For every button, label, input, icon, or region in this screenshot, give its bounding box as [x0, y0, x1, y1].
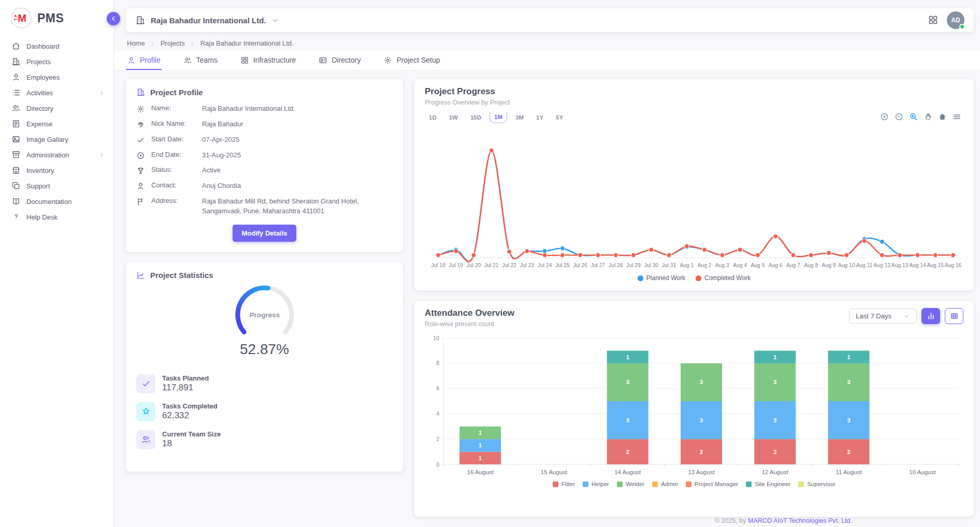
range-1d-button[interactable]: 1D — [425, 112, 441, 123]
users-icon — [11, 104, 21, 113]
company-selector[interactable]: Raja Bahadur International Ltd. — [135, 15, 279, 25]
svg-text:10: 10 — [433, 335, 439, 341]
sidebar-item-directory[interactable]: Directory — [0, 100, 113, 116]
sidebar-item-administration[interactable]: Administration — [0, 147, 113, 163]
date-range-select[interactable]: Last 7 Days — [849, 309, 917, 324]
sidebar-item-image-gallary[interactable]: Image Gallary — [0, 131, 113, 147]
grid-icon — [928, 14, 939, 25]
tab-infrastructure[interactable]: Infrastructure — [239, 51, 297, 70]
legend-label: Welder — [626, 481, 644, 487]
svg-text:Aug 6: Aug 6 — [769, 262, 783, 268]
chart-toolbar — [880, 112, 961, 121]
legend-item-fitter[interactable]: Fitter — [553, 481, 575, 487]
app-logo-icon: M — [10, 7, 32, 29]
tab-label: Directory — [332, 56, 361, 64]
menu-icon[interactable] — [953, 112, 961, 121]
card-title: Project Profile — [136, 87, 393, 97]
svg-text:13 August: 13 August — [688, 469, 715, 475]
breadcrumb-separator-icon — [190, 40, 196, 47]
sidebar-item-label: Image Gallary — [26, 136, 105, 143]
reset-home-icon[interactable] — [938, 112, 947, 121]
profile-field: End Date:31-Aug-2025 — [136, 151, 393, 160]
range-3m-button[interactable]: 3M — [511, 112, 528, 123]
range-1m-button[interactable]: 1M — [489, 112, 507, 123]
view-bar-chart-button[interactable] — [921, 308, 940, 324]
apps-grid-button[interactable] — [927, 14, 939, 26]
sidebar-item-label: Dashboard — [26, 42, 105, 50]
zoom-out-icon[interactable] — [895, 112, 903, 121]
svg-text:Aug 7: Aug 7 — [786, 262, 800, 268]
sidebar-item-inventory[interactable]: Inventory — [0, 163, 113, 178]
sidebar-item-label: Expense — [26, 120, 105, 128]
tab-directory[interactable]: Directory — [318, 51, 362, 70]
svg-text:Aug 12: Aug 12 — [874, 262, 891, 268]
company-name: Raja Bahadur International Ltd. — [151, 16, 266, 25]
book-icon — [11, 197, 21, 206]
sidebar-item-activities[interactable]: Activities — [0, 85, 113, 100]
pan-icon[interactable] — [924, 112, 932, 121]
sidebar-item-expense[interactable]: Expense — [0, 116, 113, 131]
sidebar-nav: DashboardProjectsEmployeesActivitiesDire… — [0, 35, 113, 228]
legend-label: Completed Work — [704, 274, 751, 282]
sidebar-item-label: Inventory — [26, 167, 105, 174]
zoom-in-icon[interactable] — [880, 112, 889, 121]
legend-item-supervisor[interactable]: Supervisor — [798, 481, 835, 487]
tab-project-setup[interactable]: Project Setup — [382, 51, 441, 70]
user-icon — [127, 56, 136, 65]
check-icon — [136, 374, 155, 393]
legend-item-welder[interactable]: Welder — [617, 481, 644, 487]
tab-teams[interactable]: Teams — [182, 51, 219, 70]
svg-text:Jul 30: Jul 30 — [644, 262, 659, 268]
modify-details-button[interactable]: Modify Details — [233, 225, 296, 242]
legend-item-planned-work[interactable]: Planned Work — [638, 274, 685, 282]
card-title-text: Project Statistics — [150, 271, 213, 280]
svg-text:1: 1 — [479, 430, 482, 436]
sidebar-collapse-button[interactable] — [107, 12, 120, 25]
brand: M PMS — [0, 0, 113, 35]
svg-text:4: 4 — [436, 411, 439, 417]
sidebar-item-support[interactable]: Support — [0, 178, 113, 194]
chart-subtitle: Progress Overview by Project — [425, 99, 963, 106]
stat-label: Current Team Size — [162, 430, 221, 438]
legend-item-completed-work[interactable]: Completed Work — [696, 274, 751, 282]
sidebar-item-label: Projects — [26, 58, 105, 66]
sidebar-item-help-desk[interactable]: Help Desk — [0, 209, 113, 225]
breadcrumb-separator-icon — [150, 40, 156, 47]
svg-text:3: 3 — [700, 417, 703, 423]
breadcrumb-item[interactable]: Home — [127, 39, 145, 47]
sidebar-item-dashboard[interactable]: Dashboard — [0, 38, 113, 54]
user-avatar[interactable]: AD — [947, 11, 964, 29]
svg-text:Aug 10: Aug 10 — [838, 262, 855, 268]
view-table-button[interactable] — [945, 308, 963, 324]
legend-item-helper[interactable]: Helper — [583, 481, 609, 487]
legend-item-project-manager[interactable]: Project Manager — [686, 481, 738, 487]
legend-item-admin[interactable]: Admin — [652, 481, 678, 487]
tab-profile[interactable]: Profile — [126, 51, 162, 70]
sidebar-item-employees[interactable]: Employees — [0, 69, 113, 85]
image-icon — [11, 135, 21, 144]
attendance-overview-card: Attendance Overview Role-wise present co… — [414, 301, 974, 517]
svg-text:2: 2 — [700, 449, 703, 455]
sidebar-item-documentation[interactable]: Documentation — [0, 194, 113, 209]
help-icon — [11, 212, 21, 222]
legend-label: Admin — [661, 481, 678, 487]
range-1y-button[interactable]: 1Y — [532, 112, 547, 123]
range-15d-button[interactable]: 15D — [466, 112, 485, 123]
progress-gauge: Progress 52.87% — [136, 285, 393, 358]
range-5y-button[interactable]: 5Y — [552, 112, 567, 123]
range-1w-button[interactable]: 1W — [445, 112, 462, 123]
breadcrumb-item[interactable]: Projects — [161, 39, 185, 47]
svg-text:1: 1 — [847, 354, 851, 360]
svg-text:3: 3 — [773, 379, 776, 385]
sidebar-item-projects[interactable]: Projects — [0, 54, 113, 69]
gear-icon — [136, 105, 145, 113]
sidebar-item-label: Administration — [26, 151, 93, 159]
company-link[interactable]: MARCO AIoT Technologies Pvt. Ltd. — [748, 517, 852, 524]
app-name: PMS — [37, 11, 64, 25]
legend-item-site-engineer[interactable]: Site Engineer — [746, 481, 790, 487]
card-title: Project Statistics — [136, 271, 393, 280]
svg-text:2: 2 — [773, 449, 776, 455]
field-label: Status: — [151, 166, 196, 173]
selection-zoom-icon[interactable] — [909, 112, 918, 121]
sidebar-item-label: Help Desk — [26, 213, 105, 221]
